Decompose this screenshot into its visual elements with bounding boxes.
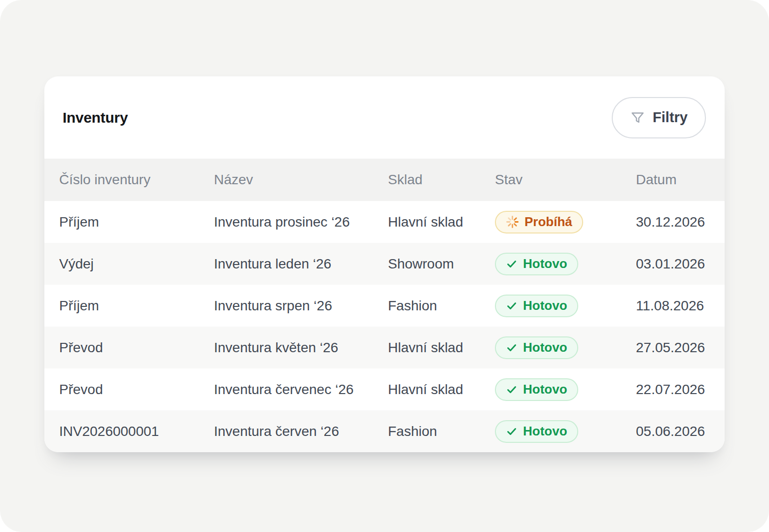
status-badge-label: Hotovo xyxy=(523,298,567,313)
table-row[interactable]: Příjem Inventura prosinec ‘26 Hlavní skl… xyxy=(44,201,725,243)
funnel-icon xyxy=(630,110,645,125)
status-badge: Probíhá xyxy=(495,211,583,233)
page-title: Inventury xyxy=(63,109,128,126)
cell-warehouse: Hlavní sklad xyxy=(388,214,495,230)
check-icon xyxy=(506,426,518,437)
table-header-row: Číslo inventury Název Sklad Stav Datum xyxy=(44,159,725,201)
status-badge: Hotovo xyxy=(495,336,578,359)
inventory-card: Inventury Filtry Číslo inventury Název S… xyxy=(44,76,725,452)
cell-status: Hotovo xyxy=(495,420,636,443)
cell-warehouse: Hlavní sklad xyxy=(388,382,495,398)
cell-warehouse: Showroom xyxy=(388,256,495,272)
spinner-icon xyxy=(506,215,519,229)
column-header-warehouse: Sklad xyxy=(388,172,495,188)
status-badge-label: Hotovo xyxy=(523,382,567,397)
column-header-number: Číslo inventury xyxy=(59,172,214,188)
table-row[interactable]: Převod Inventura květen ‘26 Hlavní sklad… xyxy=(44,327,725,368)
table-row[interactable]: INV2026000001 Inventura červen ‘26 Fashi… xyxy=(44,410,725,452)
table-row[interactable]: Výdej Inventura leden ‘26 Showroom Hotov… xyxy=(44,243,725,285)
cell-status: Hotovo xyxy=(495,378,636,401)
cell-name: Inventura květen ‘26 xyxy=(214,340,388,356)
app-background: Inventury Filtry Číslo inventury Název S… xyxy=(0,0,769,532)
column-header-date: Datum xyxy=(636,172,725,188)
cell-date: 03.01.2026 xyxy=(636,256,725,272)
cell-warehouse: Fashion xyxy=(388,424,495,439)
cell-name: Inventura červen ‘26 xyxy=(214,424,388,439)
status-badge: Hotovo xyxy=(495,378,578,401)
status-badge-label: Hotovo xyxy=(523,424,567,439)
status-badge: Hotovo xyxy=(495,420,578,443)
filters-button[interactable]: Filtry xyxy=(612,97,706,138)
status-badge: Hotovo xyxy=(495,253,578,275)
table-row[interactable]: Převod Inventura červenec ‘26 Hlavní skl… xyxy=(44,368,725,410)
column-header-name: Název xyxy=(214,172,388,188)
check-icon xyxy=(506,300,518,312)
cell-name: Inventura prosinec ‘26 xyxy=(214,214,388,230)
cell-number: Převod xyxy=(59,340,214,356)
cell-number: Převod xyxy=(59,382,214,398)
cell-number: Příjem xyxy=(59,298,214,314)
cell-date: 22.07.2026 xyxy=(636,382,725,398)
cell-number: INV2026000001 xyxy=(59,424,214,439)
check-icon xyxy=(506,258,518,270)
cell-name: Inventura červenec ‘26 xyxy=(214,382,388,398)
cell-date: 05.06.2026 xyxy=(636,424,725,439)
cell-date: 11.08.2026 xyxy=(636,298,725,314)
cell-warehouse: Fashion xyxy=(388,298,495,314)
status-badge: Hotovo xyxy=(495,295,578,317)
table-row[interactable]: Příjem Inventura srpen ‘26 Fashion Hotov… xyxy=(44,285,725,327)
status-badge-label: Hotovo xyxy=(523,340,567,355)
cell-date: 30.12.2026 xyxy=(636,214,725,230)
cell-name: Inventura srpen ‘26 xyxy=(214,298,388,314)
cell-warehouse: Hlavní sklad xyxy=(388,340,495,356)
cell-status: Hotovo xyxy=(495,336,636,359)
cell-number: Příjem xyxy=(59,214,214,230)
cell-status: Probíhá xyxy=(495,211,636,233)
filters-button-label: Filtry xyxy=(653,109,688,126)
status-badge-label: Hotovo xyxy=(523,256,567,271)
check-icon xyxy=(506,342,518,354)
status-badge-label: Probíhá xyxy=(524,214,572,230)
cell-number: Výdej xyxy=(59,256,214,272)
cell-status: Hotovo xyxy=(495,295,636,317)
card-header: Inventury Filtry xyxy=(44,76,725,159)
check-icon xyxy=(506,384,518,396)
cell-status: Hotovo xyxy=(495,253,636,275)
cell-name: Inventura leden ‘26 xyxy=(214,256,388,272)
cell-date: 27.05.2026 xyxy=(636,340,725,356)
column-header-status: Stav xyxy=(495,172,636,188)
